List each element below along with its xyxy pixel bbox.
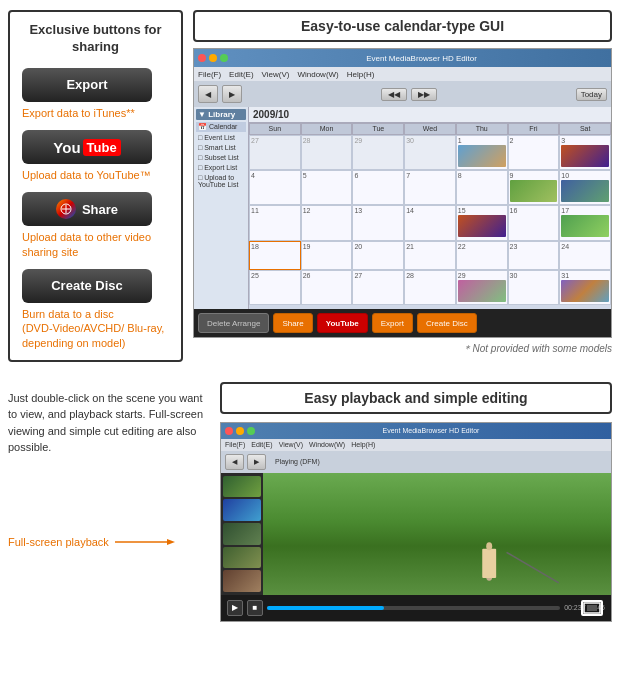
vid-toolbar: ◀ ▶ Playing (DFM) [221,451,611,473]
vid-thumb-golf[interactable] [223,476,261,498]
cal-thumb-sunset2 [458,215,506,237]
vid-thumb-park[interactable] [223,523,261,545]
share-button[interactable]: Share [22,192,152,226]
cal-cell[interactable]: 19 [301,241,353,270]
cal-cell[interactable]: 1 [456,135,508,170]
vid-close-btn[interactable] [225,427,233,435]
share-desc: Upload data to other video sharing site [22,230,169,259]
share-icon [56,199,76,219]
close-btn[interactable] [198,54,206,62]
cal-cell[interactable]: 11 [249,205,301,240]
vid-back-btn[interactable]: ◀ [225,454,244,470]
maximize-btn[interactable] [220,54,228,62]
cal-sidebar-subset[interactable]: □ Subset List [196,153,246,162]
cal-cell[interactable]: 20 [352,241,404,270]
calendar-screenshot: Event MediaBrowser HD Editor File(F) Edi… [193,48,612,338]
minimize-btn[interactable] [209,54,217,62]
playback-section-title: Easy playback and simple editing [220,382,612,414]
vid-thumb-court[interactable] [223,570,261,592]
vid-window-title: Event MediaBrowser HD Editor [255,427,607,434]
vid-stop-btn[interactable]: ■ [247,600,263,616]
cal-cell[interactable]: 12 [301,205,353,240]
fullscreen-icon [583,602,601,614]
vid-titlebar: Event MediaBrowser HD Editor [221,423,611,439]
cal-cell[interactable]: 23 [508,241,560,270]
vid-fwd-btn[interactable]: ▶ [247,454,266,470]
create-disc-button[interactable]: Create Disc [22,269,152,303]
cal-youtube-btn[interactable]: YouTube [317,313,368,333]
cal-header-sun: Sun [249,123,301,135]
calendar-section-title: Easy-to-use calendar-type GUI [193,10,612,42]
cal-cell[interactable]: 30 [508,270,560,305]
cal-cell[interactable]: 7 [404,170,456,205]
cal-cell-today[interactable]: 18 [249,241,301,270]
golfer-svg [263,473,611,595]
cal-cell[interactable]: 4 [249,170,301,205]
cal-back-btn[interactable]: ◀ [198,85,218,103]
cal-sidebar-youtube[interactable]: □ Upload to YouTube List [196,173,246,189]
export-button[interactable]: Export [22,68,152,102]
vid-controlbar: ▶ ■ 00:23 / 01:45 [221,595,611,621]
vid-play-btn[interactable]: ▶ [227,600,243,616]
disc-desc: Burn data to a disc (DVD-Video/AVCHD/ Bl… [22,307,169,350]
cal-cell[interactable]: 8 [456,170,508,205]
cal-cell[interactable]: 24 [559,241,611,270]
cal-body: ▼ Library 📅 Calendar □ Event List □ Smar… [194,107,611,309]
cal-cell[interactable]: 31 [559,270,611,305]
cal-export-btn[interactable]: Export [372,313,413,333]
cal-grid: Sun Mon Tue Wed Thu Fri Sat 27 28 29 30 [249,123,611,305]
cal-cell[interactable]: 15 [456,205,508,240]
cal-cell[interactable]: 29 [456,270,508,305]
cal-delete-btn[interactable]: Delete Arrange [198,313,269,333]
cal-cell[interactable]: 21 [404,241,456,270]
youtube-desc: Upload data to YouTube™ [22,168,169,182]
cal-cell[interactable]: 22 [456,241,508,270]
youtube-button[interactable]: You Tube [22,130,152,164]
cal-cell[interactable]: 9 [508,170,560,205]
cal-cell[interactable]: 13 [352,205,404,240]
cal-cell[interactable]: 28 [404,270,456,305]
cal-cell[interactable]: 30 [404,135,456,170]
sharing-title: Exclusive buttons for sharing [22,22,169,56]
cal-cell[interactable]: 3 [559,135,611,170]
cal-header-thu: Thu [456,123,508,135]
cal-main-area: 2009/10 Sun Mon Tue Wed Thu Fri Sat 27 [249,107,611,309]
cal-thumb-sport [561,180,609,202]
cal-cell[interactable]: 29 [352,135,404,170]
cal-cell[interactable]: 5 [301,170,353,205]
cal-forward-btn[interactable]: ▶ [222,85,242,103]
cal-thumb-sunset [561,145,609,167]
cal-cell[interactable]: 27 [352,270,404,305]
cal-cell[interactable]: 10 [559,170,611,205]
cal-cell[interactable]: 27 [249,135,301,170]
cal-sidebar-event[interactable]: □ Event List [196,133,246,142]
cal-share-btn[interactable]: Share [273,313,312,333]
cal-cell[interactable]: 17 [559,205,611,240]
cal-cell[interactable]: 26 [301,270,353,305]
share-btn-label: Share [82,202,118,217]
golf-scene [263,473,611,595]
vid-minimize-btn[interactable] [236,427,244,435]
vid-thumbnails [221,473,263,595]
cal-cell[interactable]: 14 [404,205,456,240]
cal-today-btn[interactable]: Today [576,88,607,101]
vid-thumb-field[interactable] [223,547,261,569]
cal-sidebar-calendar[interactable]: 📅 Calendar [196,122,246,132]
svg-rect-10 [587,605,597,611]
cal-cell[interactable]: 25 [249,270,301,305]
cal-thumb-person [561,215,609,237]
cal-nav-btns: ◀◀ ▶▶ [246,88,572,101]
cal-createdisc-btn[interactable]: Create Disc [417,313,477,333]
cal-cell[interactable]: 2 [508,135,560,170]
vid-progress-bar[interactable] [267,606,560,610]
cal-cell[interactable]: 16 [508,205,560,240]
cal-sidebar-smart[interactable]: □ Smart List [196,143,246,152]
cal-header-fri: Fri [508,123,560,135]
cal-cell[interactable]: 28 [301,135,353,170]
vid-thumb-water[interactable] [223,499,261,521]
vid-maximize-btn[interactable] [247,427,255,435]
vid-fullscreen-button[interactable] [581,600,603,616]
cal-cell[interactable]: 6 [352,170,404,205]
cal-thumb-green [510,180,558,202]
cal-sidebar-export[interactable]: □ Export List [196,163,246,172]
